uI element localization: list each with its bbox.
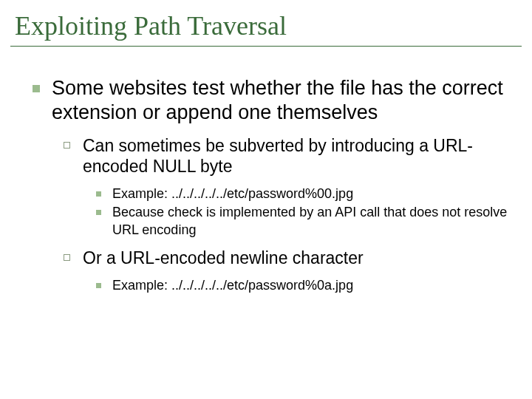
bullet-list-level3: Example: ../../../../../etc/password%0a.… xyxy=(83,277,510,294)
bullet-list-level1: Some websites test whether the file has … xyxy=(27,76,510,295)
bullet-text: Example: ../../../../../etc/password%00.… xyxy=(112,186,353,201)
slide: Exploiting Path Traversal Some websites … xyxy=(0,0,532,399)
list-item: Some websites test whether the file has … xyxy=(27,76,510,295)
bullet-text: Can sometimes be subverted by introducin… xyxy=(83,136,473,176)
list-item: Or a URL-encoded newline character Examp… xyxy=(59,248,510,294)
bullet-list-level2: Can sometimes be subverted by introducin… xyxy=(52,135,510,295)
list-item: Example: ../../../../../etc/password%00.… xyxy=(93,185,510,202)
list-item: Example: ../../../../../etc/password%0a.… xyxy=(93,277,510,294)
slide-title: Exploiting Path Traversal xyxy=(0,0,532,46)
slide-body: Some websites test whether the file has … xyxy=(0,47,532,295)
bullet-text: Because check is implemented by an API c… xyxy=(112,205,507,236)
list-item: Can sometimes be subverted by introducin… xyxy=(59,135,510,239)
bullet-text: Example: ../../../../../etc/password%0a.… xyxy=(112,278,353,293)
bullet-text: Or a URL-encoded newline character xyxy=(83,248,364,267)
list-item: Because check is implemented by an API c… xyxy=(93,204,510,239)
bullet-text: Some websites test whether the file has … xyxy=(52,77,503,123)
bullet-list-level3: Example: ../../../../../etc/password%00.… xyxy=(83,185,510,239)
